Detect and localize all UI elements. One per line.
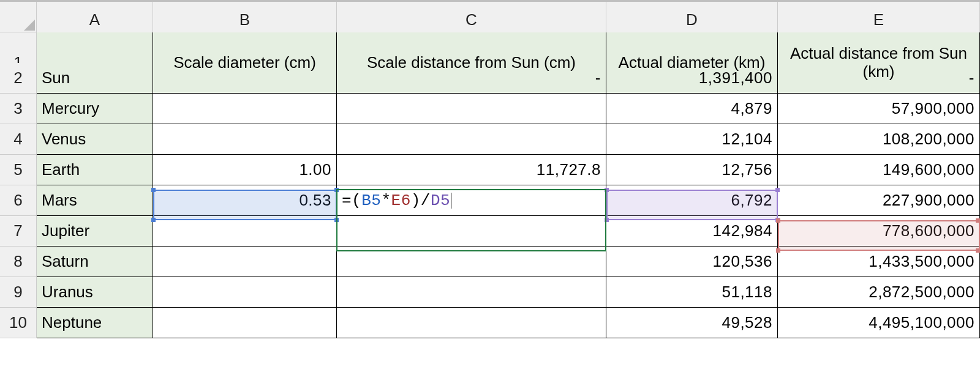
cell-C9[interactable] bbox=[337, 277, 606, 308]
formula-token: * bbox=[381, 191, 391, 210]
cell-A5[interactable]: Earth bbox=[37, 155, 153, 185]
cell-D8[interactable]: 120,536 bbox=[606, 247, 778, 277]
spreadsheet-grid[interactable]: A B C D E 1 Scale diameter (cm) Scale di… bbox=[0, 0, 980, 338]
cell-text: Uranus bbox=[42, 283, 93, 302]
row-header-label: 5 bbox=[13, 160, 22, 179]
cell-A2[interactable]: Sun bbox=[37, 63, 153, 94]
cell-A6[interactable]: Mars bbox=[37, 185, 153, 216]
formula-ref-E6: E6 bbox=[391, 191, 411, 210]
cell-text: 1,391,400 bbox=[699, 69, 772, 87]
row-header-label: 3 bbox=[13, 99, 22, 118]
formula-token: )/ bbox=[411, 191, 431, 210]
row-header-label: 6 bbox=[13, 191, 22, 210]
cell-text: Sun bbox=[42, 69, 70, 87]
cell-D5[interactable]: 12,756 bbox=[606, 155, 778, 185]
cell-C5[interactable]: 11,727.8 bbox=[337, 155, 606, 185]
cell-text: Mercury bbox=[42, 99, 99, 118]
cell-text: 1.00 bbox=[299, 160, 331, 179]
cell-D4[interactable]: 12,104 bbox=[606, 124, 778, 155]
cell-text: 4,879 bbox=[731, 99, 772, 118]
cell-text: 120,536 bbox=[713, 252, 772, 271]
cell-B10[interactable] bbox=[153, 308, 337, 338]
row-header-7[interactable]: 7 bbox=[0, 216, 37, 247]
row-header-2[interactable]: 2 bbox=[0, 63, 37, 94]
cell-text: 149,600,000 bbox=[883, 160, 974, 179]
select-all-corner[interactable] bbox=[0, 2, 37, 32]
cell-E8[interactable]: 1,433,500,000 bbox=[778, 247, 980, 277]
cell-E6[interactable]: 227,900,000 bbox=[778, 185, 980, 216]
cell-text: 49,528 bbox=[722, 313, 772, 332]
cell-A4[interactable]: Venus bbox=[37, 124, 153, 155]
formula-token: =( bbox=[342, 191, 361, 210]
cell-B5[interactable]: 1.00 bbox=[153, 155, 337, 185]
cell-A3[interactable]: Mercury bbox=[37, 94, 153, 124]
row-header-label: 10 bbox=[9, 313, 27, 332]
row-header-label: 9 bbox=[13, 283, 22, 302]
cell-E5[interactable]: 149,600,000 bbox=[778, 155, 980, 185]
cell-text: 0.53 bbox=[299, 191, 331, 210]
cell-B2[interactable] bbox=[153, 63, 337, 94]
cell-C2[interactable]: - bbox=[337, 63, 606, 94]
cell-text: Mars bbox=[42, 191, 77, 210]
cell-A10[interactable]: Neptune bbox=[37, 308, 153, 338]
cell-text: - bbox=[595, 69, 601, 87]
row-header-4[interactable]: 4 bbox=[0, 124, 37, 155]
cell-text: 1,433,500,000 bbox=[869, 252, 974, 271]
cell-B6[interactable]: 0.53 bbox=[153, 185, 337, 216]
row-header-6[interactable]: 6 bbox=[0, 185, 37, 216]
cell-text: 11,727.8 bbox=[537, 160, 601, 179]
cell-E9[interactable]: 2,872,500,000 bbox=[778, 277, 980, 308]
cell-text: 12,756 bbox=[722, 160, 772, 179]
cell-text: 6,792 bbox=[731, 191, 772, 210]
col-header-label: D bbox=[686, 10, 698, 29]
cell-C8[interactable] bbox=[337, 247, 606, 277]
cell-text: Venus bbox=[42, 130, 86, 149]
cell-B8[interactable] bbox=[153, 247, 337, 277]
cell-E3[interactable]: 57,900,000 bbox=[778, 94, 980, 124]
cell-D7[interactable]: 142,984 bbox=[606, 216, 778, 247]
cell-text: Neptune bbox=[42, 313, 102, 332]
cell-C6[interactable]: =(B5*E6)/D5 bbox=[337, 185, 606, 216]
col-header-label: E bbox=[873, 10, 884, 29]
cell-text: 57,900,000 bbox=[892, 99, 974, 118]
col-header-label: C bbox=[466, 10, 477, 29]
cell-B4[interactable] bbox=[153, 124, 337, 155]
cell-A7[interactable]: Jupiter bbox=[37, 216, 153, 247]
cell-D9[interactable]: 51,118 bbox=[606, 277, 778, 308]
cell-text: Jupiter bbox=[42, 221, 89, 240]
cell-C7[interactable] bbox=[337, 216, 606, 247]
cell-text: 4,495,100,000 bbox=[869, 313, 974, 332]
row-header-10[interactable]: 10 bbox=[0, 308, 37, 338]
cell-C4[interactable] bbox=[337, 124, 606, 155]
cell-text: 778,600,000 bbox=[883, 221, 974, 240]
cell-E4[interactable]: 108,200,000 bbox=[778, 124, 980, 155]
cell-C10[interactable] bbox=[337, 308, 606, 338]
text-cursor bbox=[451, 193, 451, 209]
col-header-label: A bbox=[89, 10, 100, 29]
formula-ref-D5: D5 bbox=[431, 191, 450, 210]
formula-ref-B5: B5 bbox=[361, 191, 381, 210]
cell-B9[interactable] bbox=[153, 277, 337, 308]
cell-text: 108,200,000 bbox=[883, 130, 974, 149]
cell-E10[interactable]: 4,495,100,000 bbox=[778, 308, 980, 338]
row-header-5[interactable]: 5 bbox=[0, 155, 37, 185]
cell-D3[interactable]: 4,879 bbox=[606, 94, 778, 124]
formula-text: =(B5*E6)/D5 bbox=[342, 191, 451, 210]
cell-D2[interactable]: 1,391,400 bbox=[606, 63, 778, 94]
row-header-label: 8 bbox=[13, 252, 22, 271]
cell-B7[interactable] bbox=[153, 216, 337, 247]
row-header-8[interactable]: 8 bbox=[0, 247, 37, 277]
cell-B3[interactable] bbox=[153, 94, 337, 124]
cell-text: Saturn bbox=[42, 252, 89, 271]
row-header-3[interactable]: 3 bbox=[0, 94, 37, 124]
cell-E7[interactable]: 778,600,000 bbox=[778, 216, 980, 247]
cell-text: 142,984 bbox=[713, 221, 772, 240]
cell-A9[interactable]: Uranus bbox=[37, 277, 153, 308]
cell-A8[interactable]: Saturn bbox=[37, 247, 153, 277]
cell-D6[interactable]: 6,792 bbox=[606, 185, 778, 216]
cell-C3[interactable] bbox=[337, 94, 606, 124]
cell-E2[interactable]: - bbox=[778, 63, 980, 94]
row-header-9[interactable]: 9 bbox=[0, 277, 37, 308]
cell-text: 51,118 bbox=[722, 283, 772, 302]
cell-D10[interactable]: 49,528 bbox=[606, 308, 778, 338]
